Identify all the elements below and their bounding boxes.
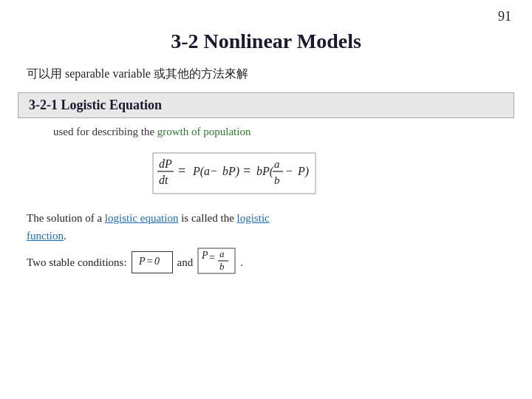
- svg-text:b: b: [219, 261, 225, 272]
- growth-text: growth of population: [157, 126, 251, 137]
- used-for-description: used for describing the growth of popula…: [53, 126, 532, 138]
- svg-text:P(a: P(a: [192, 165, 210, 178]
- svg-text:a: a: [274, 158, 280, 170]
- equation-svg: dP dt = P(a − bP) = bP( a b − P): [151, 147, 381, 197]
- svg-text:bP): bP): [222, 165, 239, 178]
- svg-text:−: −: [211, 165, 217, 177]
- svg-text:=: =: [178, 163, 185, 178]
- svg-text:P: P: [201, 250, 208, 261]
- main-equation: dP dt = P(a − bP) = bP( a b − P): [0, 147, 532, 197]
- solution-text-prefix: The solution of a: [27, 212, 105, 224]
- intro-line: 可以用 separable variable 或其他的方法來解: [27, 66, 532, 82]
- svg-text:=: =: [209, 252, 215, 263]
- period-text: .: [240, 256, 243, 269]
- svg-text:=: =: [243, 163, 250, 178]
- svg-text:b: b: [274, 174, 280, 186]
- svg-text:dP: dP: [159, 157, 172, 170]
- svg-text:=: =: [146, 256, 153, 267]
- svg-text:−: −: [286, 165, 293, 177]
- solution-text-middle: is called the: [178, 212, 236, 224]
- svg-text:bP(: bP(: [256, 165, 275, 178]
- logistic-equation-link[interactable]: logistic equation: [105, 212, 179, 224]
- solution-text-end: .: [64, 230, 66, 242]
- and-text: and: [177, 256, 194, 269]
- svg-text:P): P): [297, 165, 309, 178]
- solution-paragraph: The solution of a logistic equation is c…: [27, 209, 505, 245]
- svg-text:P: P: [138, 256, 146, 267]
- two-stable-label: Two stable conditions:: [27, 256, 127, 269]
- section-header: 3-2-1 Logistic Equation: [18, 92, 514, 118]
- page-number: 91: [498, 9, 511, 24]
- svg-text:a: a: [219, 248, 225, 259]
- svg-text:0: 0: [154, 256, 160, 267]
- condition-p-zero: P = 0: [132, 251, 173, 273]
- two-stable-conditions: Two stable conditions: P = 0 and P = a b…: [27, 248, 532, 277]
- condition-p-a-over-b: P = a b: [197, 248, 236, 277]
- page-title: 3-2 Nonlinear Models: [0, 30, 532, 53]
- svg-text:dt: dt: [159, 174, 168, 186]
